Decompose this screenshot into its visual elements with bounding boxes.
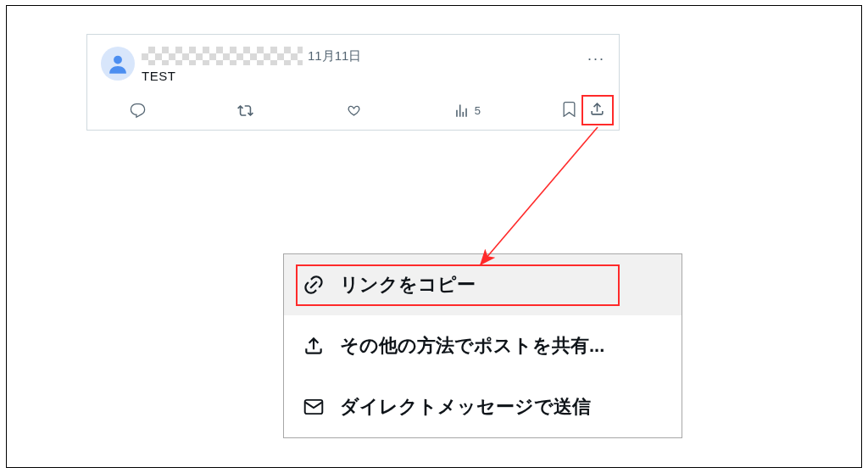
retweet-icon [237,103,253,119]
menu-label: リンクをコピー [340,272,476,298]
heart-icon [346,103,362,119]
share-menu: リンクをコピー その他の方法でポストを共有... ダイレクトメッセージで送信 [283,253,682,438]
tweet-text: TEST [142,69,175,83]
link-icon [303,274,325,296]
user-icon [106,52,130,75]
svg-point-0 [114,56,122,64]
share-icon [589,101,605,117]
reply-button[interactable] [130,103,237,119]
retweet-button[interactable] [237,103,345,119]
views-count: 5 [475,104,481,117]
menu-label: その他の方法でポストを共有... [340,333,604,359]
reply-icon [130,103,146,119]
menu-item-send-dm[interactable]: ダイレクトメッセージで送信 [284,376,682,437]
menu-label: ダイレクトメッセージで送信 [340,394,591,420]
redacted-username [142,47,303,65]
share-button[interactable] [589,101,605,120]
tweet-card: 11月11日 ··· TEST 5 [86,34,620,131]
mail-icon [303,396,325,418]
menu-item-share-via[interactable]: その他の方法でポストを共有... [284,315,682,376]
username-row: 11月11日 [142,47,361,65]
timestamp: 11月11日 [308,48,361,64]
bookmark-button[interactable] [561,101,577,120]
like-button[interactable] [346,103,453,119]
bookmark-icon [561,101,577,117]
menu-item-copy-link[interactable]: リンクをコピー [284,254,682,315]
action-row: 5 [130,97,605,123]
more-options-button[interactable]: ··· [587,50,605,68]
views-icon [453,103,470,119]
share-icon [303,335,325,357]
views-button[interactable]: 5 [453,103,561,119]
avatar[interactable] [101,47,135,81]
